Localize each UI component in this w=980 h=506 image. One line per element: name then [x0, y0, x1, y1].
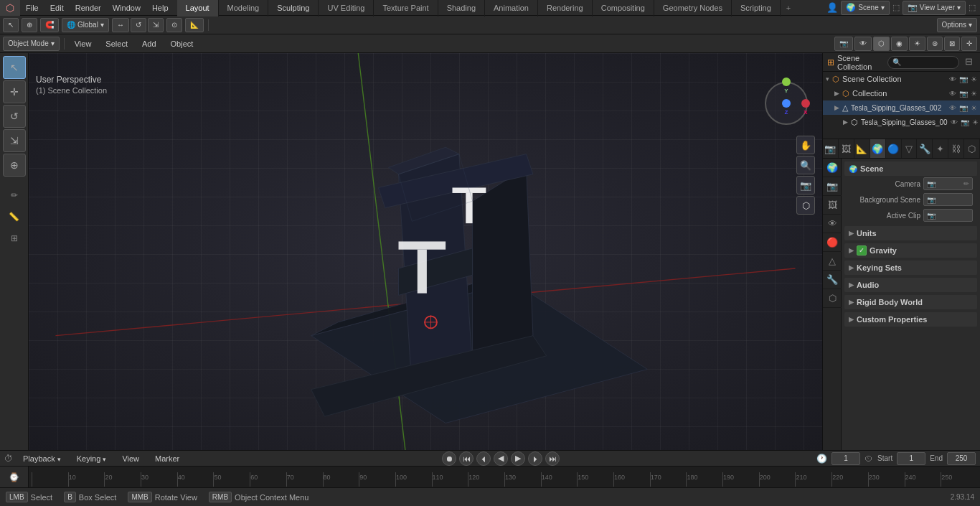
tab-uv-editing[interactable]: UV Editing — [319, 0, 374, 17]
eye-icon-2[interactable]: 👁 — [949, 90, 956, 98]
pivot-btn[interactable]: ⊕ — [22, 18, 37, 32]
props-tab-data[interactable]: ⬡ — [964, 139, 980, 158]
viewport-view-menu[interactable]: View — [69, 36, 98, 52]
tab-scripting[interactable]: Scripting — [732, 0, 781, 17]
gravity-section-header[interactable]: ▶ ✓ Gravity — [844, 243, 977, 258]
render-icon[interactable]: ☀ — [971, 75, 977, 83]
shading-mode-render[interactable]: ☀ — [909, 37, 925, 51]
bg-scene-prop-value[interactable]: 📷 — [923, 193, 973, 206]
keying-sets-header[interactable]: ▶ Keying Sets — [844, 261, 977, 275]
shading-mode-solid[interactable]: ⬡ — [873, 37, 890, 51]
jump-end-btn[interactable]: ⏭ — [545, 451, 560, 466]
menu-help[interactable]: Help — [146, 0, 174, 16]
transform-global-btn[interactable]: 🌐 Global ▾ — [62, 18, 109, 32]
rotate-btn[interactable]: ↺ — [131, 18, 146, 32]
rigid-body-header[interactable]: ▶ Rigid Body World — [844, 295, 977, 309]
prop-tab-data-icon[interactable]: ⬡ — [823, 289, 842, 308]
props-tab-world[interactable]: 🔵 — [886, 139, 902, 158]
tab-layout[interactable]: Layout — [177, 0, 219, 17]
tool-measure[interactable]: 📏 — [4, 207, 24, 227]
view-layer-expand-btn[interactable]: ⬚ — [969, 3, 976, 12]
prop-tab-render-icon[interactable]: 📷 — [823, 177, 842, 196]
proportional-edit-btn[interactable]: ⊙ — [166, 18, 182, 32]
render-icon-4[interactable]: ☀ — [972, 118, 979, 126]
props-tab-view-layer[interactable]: 📐 — [854, 139, 870, 158]
tab-shading[interactable]: Shading — [438, 0, 485, 17]
timeline-tool-btn[interactable]: ⌚ — [9, 472, 19, 482]
outliner-collection-item[interactable]: ▶ ⬡ Collection 👁 📷 ☀ — [823, 86, 980, 100]
units-section-header[interactable]: ▶ Units — [844, 226, 977, 240]
play-btn[interactable]: ▶ — [511, 451, 525, 466]
outliner-filter-btn[interactable]: ⊟ — [962, 56, 976, 69]
viewport-hand-tool[interactable]: ✋ — [796, 136, 815, 154]
eye-icon-3[interactable]: 👁 — [949, 104, 956, 112]
menu-edit[interactable]: Edit — [44, 0, 70, 16]
shading-mode-material[interactable]: ◉ — [891, 37, 908, 51]
add-workspace-btn[interactable]: + — [781, 4, 796, 12]
tool-scale[interactable]: ⇲ — [3, 129, 26, 152]
gizmo-circle[interactable]: Z Y X — [765, 82, 808, 125]
timeline-marker-menu[interactable]: Marker — [149, 451, 185, 467]
props-tab-object[interactable]: ▽ — [902, 139, 918, 158]
options-btn[interactable]: Options ▾ — [937, 18, 977, 32]
render-icon-2[interactable]: ☀ — [971, 90, 977, 98]
camera-icon[interactable]: 📷 — [959, 75, 968, 83]
blender-logo[interactable]: ⬡ — [0, 0, 20, 16]
timeline-ruler[interactable]: 10 20 30 40 50 60 70 80 90 100 110 120 1… — [29, 467, 980, 487]
audio-header[interactable]: ▶ Audio — [844, 278, 977, 292]
scene-section-header[interactable]: 🌍 Scene — [844, 161, 977, 176]
view-camera-btn[interactable]: 📷 — [834, 37, 853, 51]
timeline-playback-menu[interactable]: Playback ▾ — [17, 451, 67, 467]
outliner-object-1[interactable]: ▶ △ Tesla_Sipping_Glasses_002 👁 📷 ☀ — [823, 100, 980, 115]
camera-edit-icon[interactable]: ✏ — [963, 180, 969, 187]
outliner-scene-collection[interactable]: ▾ ⬡ Scene Collection 👁 📷 ☀ — [823, 72, 980, 86]
prop-tab-output-icon[interactable]: 🖼 — [823, 196, 842, 215]
prop-tab-obj-icon[interactable]: △ — [823, 252, 842, 271]
menu-file[interactable]: File — [20, 0, 44, 16]
next-frame-btn[interactable]: ⏵ — [528, 451, 542, 466]
prop-tab-view-icon[interactable]: 👁 — [823, 215, 842, 233]
tab-animation[interactable]: Animation — [485, 0, 538, 17]
tool-cursor[interactable]: ↖ — [3, 56, 26, 79]
gizmo-btn[interactable]: ✛ — [961, 37, 977, 51]
cam-icon-4[interactable]: 📷 — [961, 118, 969, 126]
prev-frame-btn[interactable]: ⏴ — [476, 451, 491, 466]
object-mode-selector[interactable]: Object Mode ▾ — [3, 37, 60, 51]
transform-mode-btn[interactable]: ↖ — [3, 18, 19, 32]
nav-gizmo[interactable]: Z Y X — [761, 78, 811, 128]
tab-geometry-nodes[interactable]: Geometry Nodes — [654, 0, 732, 17]
timeline-view-menu[interactable]: View — [116, 451, 145, 467]
viewport-add-menu[interactable]: Add — [136, 36, 162, 52]
timeline-keying-menu[interactable]: Keying ▾ — [71, 451, 113, 467]
props-tab-constraints[interactable]: ⛓ — [948, 139, 964, 158]
current-frame-input[interactable] — [831, 452, 860, 465]
tool-transform[interactable]: ⊕ — [3, 154, 26, 177]
scene-expand-btn[interactable]: ⬚ — [892, 3, 900, 12]
outliner-object-2[interactable]: ▶ ⬡ Tesla_Sipping_Glasses_00 👁 📷 ☀ — [823, 115, 980, 129]
move-btn[interactable]: ↔ — [112, 18, 129, 32]
viewport-zoom-tool[interactable]: 🔍 — [796, 156, 815, 174]
menu-render[interactable]: Render — [70, 0, 107, 16]
props-tab-modifiers[interactable]: 🔧 — [917, 139, 933, 158]
custom-props-header[interactable]: ▶ Custom Properties — [844, 312, 977, 327]
xray-btn[interactable]: ⊠ — [944, 37, 960, 51]
props-tab-scene[interactable]: 🌍 — [870, 139, 886, 158]
tool-annotate[interactable]: ✏ — [4, 185, 24, 205]
play-reverse-btn[interactable]: ◀ — [494, 451, 508, 466]
tool-rotate[interactable]: ↺ — [3, 105, 26, 128]
props-tab-particles[interactable]: ✦ — [933, 139, 948, 158]
tab-rendering[interactable]: Rendering — [538, 0, 593, 17]
tab-sculpting[interactable]: Sculpting — [268, 0, 319, 17]
viewport-lock-tool[interactable]: ⬡ — [796, 196, 815, 215]
scale-btn[interactable]: ⇲ — [148, 18, 164, 32]
overlay-btn[interactable]: ⊛ — [927, 37, 943, 51]
viewport[interactable]: User Perspective (1) Scene Collection Z … — [29, 53, 822, 450]
viewport-camera-tool[interactable]: 📷 — [796, 176, 815, 195]
gravity-checkbox[interactable]: ✓ — [857, 245, 867, 256]
tab-compositing[interactable]: Compositing — [593, 0, 654, 17]
view-layer-selector[interactable]: 📷 View Layer ▾ — [903, 1, 966, 15]
props-tab-output[interactable]: 🖼 — [839, 139, 854, 158]
cam-icon-3[interactable]: 📷 — [959, 104, 968, 112]
active-clip-prop-value[interactable]: 📷 — [923, 209, 973, 222]
outliner-search[interactable]: 🔍 — [887, 56, 959, 69]
